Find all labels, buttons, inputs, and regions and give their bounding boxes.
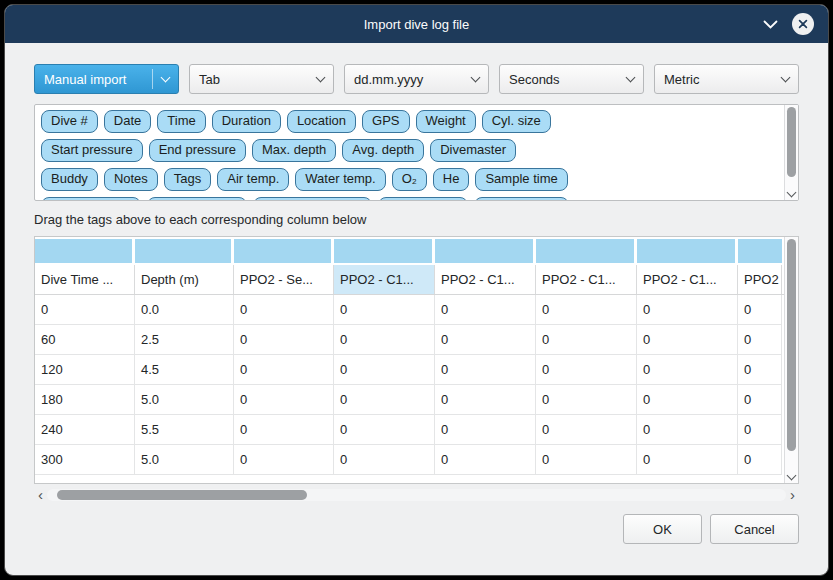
column-tag[interactable]: Sample time [475,168,567,191]
units-value: Metric [664,72,699,87]
table-row: 2405.5000000 [35,415,784,445]
column-tag[interactable]: Buddy [41,168,98,191]
column-tag[interactable]: Water temp. [295,168,385,191]
column-tag[interactable]: Sample temp. [147,197,247,200]
table-cell: 0 [738,325,782,355]
table-cell: 0 [738,415,782,445]
tag-row: BuddyNotesTagsAir temp.Water temp.O₂HeSa… [41,168,778,191]
column-tag[interactable]: GPS [362,110,409,133]
column-tag[interactable]: He [433,168,470,191]
column-header[interactable]: PPO2 [738,265,782,294]
drop-target-cell[interactable] [435,239,536,263]
column-tag[interactable]: Date [104,110,151,133]
date-format-select[interactable]: dd.mm.yyyy [344,64,489,94]
import-mode-select[interactable]: Manual import [34,64,179,94]
dialog-content: Manual import Tab dd.mm.yyyy Seconds Met [5,43,828,544]
drop-target-cell[interactable] [35,239,135,263]
scroll-left-arrow-icon[interactable]: ‹ [34,488,47,502]
table-cell: 0 [738,295,782,325]
table-cell: 0 [334,385,435,415]
drop-target-cell[interactable] [135,239,234,263]
column-tag[interactable]: End pressure [149,139,246,162]
column-header[interactable]: PPO2 - C1... [334,265,435,294]
column-tag[interactable]: Weight [416,110,476,133]
table-cell: 0 [637,445,738,475]
table-grid: Dive Time ...Depth (m)PPO2 - Se...PPO2 -… [35,237,784,475]
column-tag[interactable]: Sample pressure [253,197,371,200]
table-cell: 5.5 [135,415,234,445]
table-cell: 0 [35,295,135,325]
column-tag[interactable]: Duration [212,110,281,133]
table-cell: 0 [334,355,435,385]
import-dive-log-dialog: Import dive log file Manual import Tab d… [4,4,829,576]
scroll-down-arrow-icon[interactable] [787,188,797,198]
column-tag[interactable]: Location [287,110,356,133]
column-tag[interactable]: Tags [164,168,211,191]
column-tag[interactable]: Notes [104,168,158,191]
column-header[interactable]: PPO2 - C1... [637,265,738,294]
column-tag[interactable]: Dive # [41,110,98,133]
import-mode-value: Manual import [44,72,126,87]
column-header[interactable]: PPO2 - C1... [435,265,536,294]
column-tag[interactable]: O₂ [392,168,427,191]
table-row: 1204.5000000 [35,355,784,385]
cancel-button[interactable]: Cancel [710,514,799,544]
table-cell: 5.0 [135,445,234,475]
table-cell: 300 [35,445,135,475]
column-tag[interactable]: Time [157,110,205,133]
chevron-down-icon [781,72,791,82]
scrollbar-handle[interactable] [787,107,796,177]
column-header[interactable]: PPO2 - C1... [536,265,637,294]
field-separator-select[interactable]: Tab [189,64,334,94]
table-cell: 0 [637,325,738,355]
table-cell: 120 [35,355,135,385]
table-cell: 0 [637,355,738,385]
table-cell: 0.0 [135,295,234,325]
close-icon [792,13,814,35]
table-body: 00.0000000602.50000001204.50000001805.00… [35,295,784,475]
window-title: Import dive log file [364,17,470,32]
column-header[interactable]: Depth (m) [135,265,234,294]
titlebar[interactable]: Import dive log file [5,5,828,43]
column-tag[interactable]: Sample pO₂ [378,197,468,200]
column-tag[interactable]: Sample CNS [474,197,569,200]
column-tag[interactable]: Max. depth [252,139,336,162]
table-cell: 0 [435,415,536,445]
column-tag[interactable]: Divemaster [430,139,516,162]
scrollbar-handle[interactable] [787,239,796,451]
column-tag[interactable]: Avg. depth [342,139,424,162]
chevron-down-icon [471,72,481,82]
drop-target-cell[interactable] [738,239,782,263]
column-header[interactable]: PPO2 - Se... [234,265,334,294]
table-horizontal-scrollbar[interactable]: ‹ › [34,487,799,503]
duration-format-select[interactable]: Seconds [499,64,644,94]
table-cell: 0 [738,385,782,415]
table-row: 00.0000000 [35,295,784,325]
column-tag[interactable]: Air temp. [217,168,289,191]
drop-target-cell[interactable] [234,239,334,263]
drop-target-cell[interactable] [637,239,738,263]
close-button[interactable] [788,5,818,43]
drop-target-cell[interactable] [334,239,435,263]
tag-pool: Dive #DateTimeDurationLocationGPSWeightC… [35,105,784,200]
table-cell: 0 [334,295,435,325]
hscroll-handle[interactable] [57,490,307,500]
column-tag[interactable]: Sample depth [41,197,141,200]
column-header[interactable]: Dive Time ... [35,265,135,294]
tag-row: Sample depthSample temp.Sample pressureS… [41,197,778,200]
table-cell: 0 [334,445,435,475]
tag-pool-scrollbar[interactable] [784,105,798,200]
table-cell: 0 [234,355,334,385]
drop-target-cell[interactable] [536,239,637,263]
chevron-down-icon[interactable] [758,5,782,43]
scroll-right-arrow-icon[interactable]: › [786,488,799,502]
column-tag[interactable]: Start pressure [41,139,143,162]
table-cell: 0 [536,295,637,325]
table-cell: 180 [35,385,135,415]
table-vertical-scrollbar[interactable] [784,237,798,483]
column-tag[interactable]: Cyl. size [482,110,551,133]
units-select[interactable]: Metric [654,64,799,94]
hscroll-track[interactable] [47,489,786,501]
ok-button[interactable]: OK [623,514,702,544]
scroll-down-arrow-icon[interactable] [787,471,797,481]
